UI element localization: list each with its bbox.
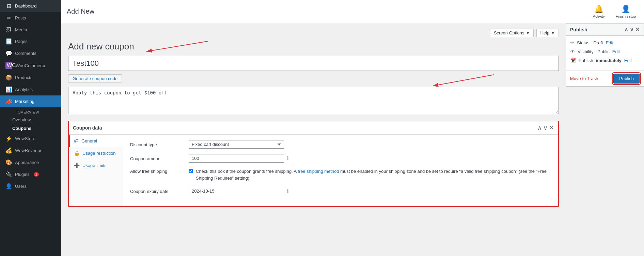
publish-box-footer: Move to Trash Publish [566,71,644,86]
sidebar-item-posts[interactable]: ✏ Posts [0,12,61,24]
free-shipping-control: Check this box if the coupon grants free… [189,168,551,181]
expiry-date-input[interactable] [189,187,284,195]
publish-time-row: 📅 Publish immediately Edit [570,58,640,63]
screen-options-button[interactable]: Screen Options ▼ [490,29,534,37]
close-icon[interactable]: ✕ [549,124,554,132]
finish-setup-button[interactable]: 👤 Finish setup [613,3,639,20]
sidebar-item-label: Users [15,184,27,189]
publish-close-icon[interactable]: ✕ [635,26,640,33]
sidebar-submenu-overview[interactable]: Overview [12,116,61,124]
page-title: Add new coupon [68,41,134,52]
sidebar: ⊞ Dashboard ✏ Posts 🖼 Media 📃 Pages 💬 Co… [0,0,61,256]
analytics-icon: 📊 [5,86,12,93]
topbar-right: 🔔 Activity 👤 Finish setup [590,3,639,20]
wowrevenue-icon: 💰 [5,147,12,154]
publish-button[interactable]: Publish [613,74,640,84]
sidebar-item-label: WooCommerce [16,63,46,68]
sidebar-item-wowstore[interactable]: ⚡ WowStore [0,133,61,145]
visibility-value: Public [597,49,609,54]
activity-button[interactable]: 🔔 Activity [590,3,608,20]
coupon-code-input[interactable] [68,56,559,71]
top-actions: Screen Options ▼ Help ▼ [490,29,559,37]
products-icon: 📦 [5,74,12,81]
sidebar-item-pages[interactable]: 📃 Pages [0,35,61,47]
general-tab-label: General [81,138,97,144]
tab-usage-restriction[interactable]: 🔒 Usage restriction [69,147,123,159]
tab-general[interactable]: 🏷 General [69,135,123,147]
editor: Screen Options ▼ Help ▼ Add new coupon [61,23,566,256]
chevron-down-icon: ▼ [526,30,530,35]
sidebar-item-label: Products [15,75,32,80]
sidebar-item-products[interactable]: 📦 Products [0,72,61,84]
screen-options-label: Screen Options [494,30,524,35]
sidebar-item-appearance[interactable]: 🎨 Appearance [0,156,61,168]
coupon-data-body: 🏷 General 🔒 Usage restriction ➕ Usage li… [69,135,558,206]
tab-usage-limits[interactable]: ➕ Usage limits [69,159,123,171]
coupon-fields: Discount type Percentage discountFixed c… [123,135,558,206]
sidebar-item-wowrevenue[interactable]: 💰 WowRevenue [0,145,61,156]
publish-time-edit-link[interactable]: Edit [624,58,632,63]
sidebar-panel: Publish ∧ ∨ ✕ ✏ Status: Draft Edit [566,23,644,256]
sidebar-item-comments[interactable]: 💬 Comments [0,47,61,59]
expiry-date-label: Coupon expiry date [130,187,185,194]
coupon-amount-control: ℹ [189,154,551,163]
main-content: Add New 🔔 Activity 👤 Finish setup Screen… [61,0,644,256]
coupon-code-row [68,56,559,71]
collapse-up-icon[interactable]: ∧ [537,124,542,132]
general-tab-icon: 🏷 [74,138,79,144]
coupon-title-area: Add new coupon [68,41,559,52]
sidebar-item-dashboard[interactable]: ⊞ Dashboard [0,0,61,12]
publish-collapse-down-icon[interactable]: ∨ [630,26,634,33]
expiry-date-help-icon[interactable]: ℹ [287,188,289,194]
woocommerce-icon: WC [5,62,12,69]
coupon-amount-help-icon[interactable]: ℹ [287,155,289,162]
sidebar-item-media[interactable]: 🖼 Media [0,24,61,35]
discount-type-select[interactable]: Percentage discountFixed cart discountFi… [189,140,284,149]
users-icon: 👤 [5,183,12,190]
free-shipping-link[interactable]: free shipping method [298,169,339,174]
sidebar-item-label: Appearance [15,160,39,165]
publish-time-label: Publish [579,58,593,63]
status-label: Status: [577,40,591,45]
coupon-data-controls: ∧ ∨ ✕ [537,124,554,132]
status-edit-link[interactable]: Edit [606,40,613,45]
publish-box-controls: ∧ ∨ ✕ [624,26,640,33]
chevron-down-icon: ▼ [551,30,555,35]
sidebar-item-woocommerce[interactable]: WC WooCommerce [0,59,61,72]
publish-box-title: Publish [570,27,587,32]
activity-label: Activity [593,14,605,18]
sidebar-item-plugins[interactable]: 🔌 Plugins 1 [0,168,61,180]
visibility-edit-link[interactable]: Edit [612,49,620,54]
coupon-data-header: Coupon data ∧ ∨ ✕ [69,121,558,135]
pages-icon: 📃 [5,38,12,45]
sidebar-item-label: WowRevenue [15,148,43,153]
publish-box-body: ✏ Status: Draft Edit 👁 Visibility: Publi… [566,36,644,71]
sidebar-item-label: Dashboard [15,3,37,9]
publish-collapse-up-icon[interactable]: ∧ [624,26,628,33]
visibility-label: Visibility: [578,49,595,54]
svg-line-3 [433,75,494,86]
coupon-description-textarea[interactable]: Apply this coupon to get $100 off [68,87,559,114]
topbar-left: Add New [67,7,94,15]
coupon-amount-input[interactable] [189,154,284,163]
coupon-tabs: 🏷 General 🔒 Usage restriction ➕ Usage li… [69,135,123,206]
sidebar-item-users[interactable]: 👤 Users [0,180,61,192]
status-icon: ✏ [570,40,574,45]
collapse-down-icon[interactable]: ∨ [543,124,548,132]
help-label: Help [540,30,549,35]
sidebar-item-marketing[interactable]: 📣 Marketing [0,95,61,107]
move-to-trash-link[interactable]: Move to Trash [570,76,598,81]
media-icon: 🖼 [5,27,12,33]
free-shipping-desc-text: Check this box if the coupon grants free… [196,169,297,174]
sidebar-item-analytics[interactable]: 📊 Analytics [0,84,61,95]
page-header: Add New [67,7,94,15]
free-shipping-checkbox[interactable] [189,169,193,173]
free-shipping-description: Check this box if the coupon grants free… [196,168,551,181]
publish-time-icon: 📅 [570,58,576,63]
sidebar-submenu-coupons[interactable]: Coupons [12,124,61,133]
discount-type-row: Discount type Percentage discountFixed c… [130,140,551,149]
help-button[interactable]: Help ▼ [536,29,559,37]
generate-coupon-button[interactable]: Generate coupon code [68,74,122,83]
publish-time-value: immediately [596,58,622,63]
appearance-icon: 🎨 [5,159,12,166]
